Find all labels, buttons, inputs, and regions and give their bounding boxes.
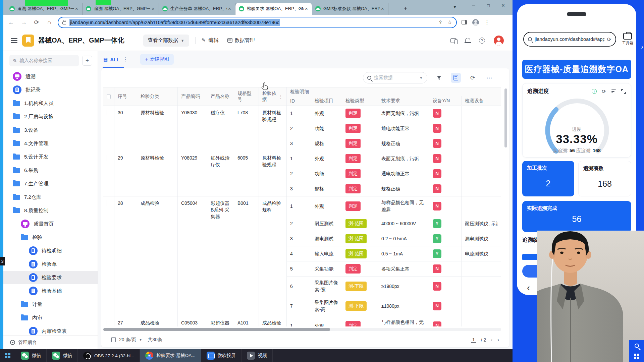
column-menu-icon[interactable]: ⋮ bbox=[278, 94, 283, 99]
page-size[interactable]: 20 条/页 bbox=[119, 337, 136, 343]
sidebar-item[interactable]: 计量 bbox=[3, 298, 98, 311]
row-checkbox[interactable] bbox=[107, 200, 107, 206]
sidebar-item[interactable]: 4.文件管理 bbox=[3, 137, 98, 150]
sidebar-item[interactable]: 内审 bbox=[3, 311, 98, 324]
sidebar-item[interactable]: 追溯 bbox=[3, 70, 98, 83]
back-icon[interactable]: ← bbox=[6, 19, 16, 26]
detail-row[interactable]: 6采集图片像素-宽测-下限≥1980pxN bbox=[287, 277, 501, 296]
profile-avatar[interactable] bbox=[472, 19, 479, 26]
detail-row[interactable]: 2耐压测试测-范围40000 ~ 60000VY耐压测试仪, 示波器 bbox=[287, 216, 501, 231]
reload-icon[interactable]: ⟳ bbox=[32, 19, 42, 26]
start-button[interactable] bbox=[0, 349, 15, 362]
detail-row[interactable]: 3规格判定规格正确N bbox=[287, 181, 501, 196]
search-dropdown-icon[interactable]: ▼ bbox=[419, 76, 423, 80]
taskbar-item[interactable]: 微软投屏 bbox=[201, 349, 241, 362]
vertical-scrollbar[interactable] bbox=[504, 88, 507, 147]
side-panel-icon[interactable] bbox=[462, 20, 467, 24]
detail-row[interactable]: 7采集图片像素-高测-下限≥1080pxN bbox=[287, 296, 501, 316]
select-all-checkbox[interactable] bbox=[107, 94, 111, 99]
column-header[interactable]: 检测设备 bbox=[462, 96, 501, 105]
detail-row[interactable]: 1外观判定表面无划痕，污垢N bbox=[287, 151, 501, 166]
column-header[interactable]: 序号 bbox=[114, 87, 137, 106]
hamburger-icon[interactable] bbox=[11, 37, 17, 44]
detail-row[interactable]: 1外观判定与样品颜色相同，无差异N bbox=[287, 316, 501, 326]
admin-backend-link[interactable]: 管理后台 bbox=[3, 335, 98, 349]
filter-button[interactable] bbox=[434, 73, 444, 83]
prev-page-icon[interactable]: ‹ bbox=[491, 337, 492, 343]
more-actions-icon[interactable]: ⋯ bbox=[484, 73, 494, 83]
home-icon[interactable]: ⌂ bbox=[44, 19, 54, 26]
sidebar-item[interactable]: 检验单 bbox=[3, 257, 98, 271]
row-checkbox[interactable] bbox=[107, 110, 107, 116]
detail-row[interactable]: 4输入电流测-范围0.5 ~ 1mAY电流测试仪 bbox=[287, 246, 501, 261]
tab-close-icon[interactable]: ✕ bbox=[74, 6, 79, 12]
forward-icon[interactable]: → bbox=[19, 19, 29, 26]
sidebar-item[interactable]: 3.设备 bbox=[3, 123, 98, 137]
detail-row[interactable]: 1外观判定与样品颜色相同，无差异N bbox=[287, 196, 501, 216]
detail-row[interactable]: 5采集功能判定各项采集正常N bbox=[287, 261, 501, 277]
row-checkbox[interactable] bbox=[107, 155, 107, 161]
user-avatar[interactable] bbox=[494, 36, 504, 46]
table-row[interactable]: 27成品检验C05003彩超仪器A系列-采集器A101成品检验规程1外观判定与样… bbox=[103, 316, 501, 326]
page-size-dropdown-icon[interactable]: ▼ bbox=[139, 338, 142, 342]
detail-row[interactable]: 3漏电测试测-范围0.2 ~ 0.5mAY漏电测试仪 bbox=[287, 231, 501, 246]
search-tool-icon[interactable] bbox=[632, 341, 642, 351]
tab-close-icon[interactable]: ✕ bbox=[227, 6, 232, 12]
sidebar-search-input[interactable]: 🔍︎ 输入名称来搜索 bbox=[9, 55, 79, 66]
edit-button[interactable]: 编辑 bbox=[202, 37, 219, 44]
url-text[interactable]: jiandaoyun.com/dashboard#/app/62ab110afb… bbox=[69, 19, 280, 26]
data-management-button[interactable]: 数据管理 bbox=[227, 37, 255, 44]
browser-tab[interactable]: GMP标准条款-器械OA、ERP、GMP一体化✕ bbox=[312, 3, 388, 15]
sidebar-item[interactable]: 批记录 bbox=[3, 83, 98, 97]
taskbar-item[interactable]: OBS 27.2.4 (32-bi... bbox=[78, 349, 140, 362]
column-header[interactable]: 检验项目 bbox=[311, 96, 342, 105]
bookmark-star-icon[interactable]: ☆ bbox=[447, 19, 452, 25]
column-header[interactable]: 技术要求 bbox=[378, 96, 429, 105]
browser-tab[interactable]: 追溯-器械OA、ERP、GMP一体化✕ bbox=[83, 3, 159, 15]
horizontal-scrollbar[interactable] bbox=[103, 328, 501, 331]
row-checkbox[interactable] bbox=[107, 320, 107, 326]
sidebar-item[interactable]: 5.设计开发 bbox=[3, 150, 98, 164]
panel-collapse-icon[interactable]: › bbox=[641, 43, 643, 51]
browser-menu-icon[interactable]: ⋮ bbox=[484, 19, 490, 25]
new-view-button[interactable]: +新建视图 bbox=[140, 54, 173, 65]
sidebar-item[interactable]: 检验基础 bbox=[3, 284, 98, 298]
table-search-input[interactable]: 搜索数据 ▼ bbox=[363, 72, 427, 83]
tab-close-icon[interactable]: ✕ bbox=[304, 6, 309, 12]
current-page-input[interactable]: 1 bbox=[471, 337, 476, 343]
refresh-button[interactable]: ⟳ bbox=[468, 73, 478, 83]
detail-row[interactable]: 2功能判定通电功能正常N bbox=[287, 121, 501, 136]
sidebar-item[interactable]: 质量首页 bbox=[3, 217, 98, 231]
detail-row[interactable]: 2功能判定通电功能正常N bbox=[287, 166, 501, 181]
tab-close-icon[interactable]: ✕ bbox=[150, 6, 156, 12]
detail-row[interactable]: 1外观判定表面无划痕，污垢N bbox=[287, 106, 501, 121]
view-all-data-button[interactable]: 查看全部数据▼ bbox=[143, 35, 189, 47]
next-page-icon[interactable]: › bbox=[497, 337, 499, 343]
toolbox-button[interactable]: 工具箱 bbox=[620, 33, 635, 46]
column-header[interactable]: ID bbox=[287, 96, 311, 105]
browser-tab[interactable]: 检验要求-器械OA、ERP、GMP一体化✕ bbox=[235, 3, 312, 15]
taskbar-item[interactable]: 微信 bbox=[47, 349, 78, 362]
sidebar-item[interactable]: 7.生产管理 bbox=[3, 177, 98, 190]
mobile-preview-icon[interactable] bbox=[450, 38, 457, 43]
sidebar-item[interactable]: 1.机构和人员 bbox=[3, 97, 98, 110]
column-header[interactable]: 设备Y/N bbox=[429, 96, 462, 105]
share-icon[interactable]: ⇪ bbox=[438, 19, 443, 25]
column-header[interactable]: 产品名称 bbox=[207, 87, 234, 106]
bell-icon[interactable] bbox=[465, 38, 470, 43]
detail-row[interactable]: 3规格判定规格正确N bbox=[287, 136, 501, 151]
taskbar-item[interactable]: 微信 bbox=[15, 349, 47, 362]
new-tab-button[interactable]: + bbox=[401, 4, 410, 13]
sidebar-item[interactable]: 8.质量控制 bbox=[3, 204, 98, 217]
sidebar-item[interactable]: 检验 bbox=[3, 231, 98, 244]
apps-grid-icon[interactable] bbox=[632, 351, 642, 361]
form-view-toggle[interactable] bbox=[451, 73, 461, 83]
column-header[interactable]: 产品编码 bbox=[178, 87, 207, 106]
tab-search-chevron-icon[interactable]: ▼ bbox=[453, 5, 457, 9]
taskbar-item[interactable]: 检验要求-器械OA... bbox=[140, 349, 201, 362]
column-header[interactable]: 规格型号 bbox=[234, 87, 259, 106]
browser-tab[interactable]: 生产任务单-器械OA、ERP、GMP一体化✕ bbox=[159, 3, 235, 15]
table-row[interactable]: 28成品检验C05004彩超仪器B系列-采集器B001成品检验规程1外观判定与样… bbox=[103, 196, 501, 316]
tab-all-view[interactable]: ▦ ALL ⋮ bbox=[103, 51, 128, 68]
help-icon[interactable]: ? bbox=[479, 38, 485, 44]
